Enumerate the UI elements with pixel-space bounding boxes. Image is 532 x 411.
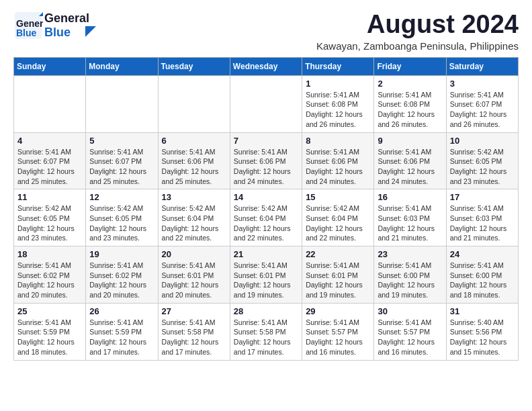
calendar-cell: 13Sunrise: 5:42 AMSunset: 6:04 PMDayligh…	[158, 189, 230, 246]
day-number: 2	[378, 79, 442, 89]
day-number: 23	[378, 249, 442, 259]
logo-general-text: General	[44, 11, 89, 26]
calendar-week-2: 4Sunrise: 5:41 AMSunset: 6:07 PMDaylight…	[14, 132, 519, 189]
calendar-cell: 30Sunrise: 5:41 AMSunset: 5:57 PMDayligh…	[374, 303, 446, 360]
svg-marker-4	[85, 26, 96, 37]
calendar-cell: 7Sunrise: 5:41 AMSunset: 6:06 PMDaylight…	[230, 132, 302, 189]
calendar-week-3: 11Sunrise: 5:42 AMSunset: 6:05 PMDayligh…	[14, 189, 519, 246]
calendar-cell: 31Sunrise: 5:40 AMSunset: 5:56 PMDayligh…	[446, 303, 518, 360]
day-number: 6	[162, 136, 226, 146]
calendar-cell: 2Sunrise: 5:41 AMSunset: 6:08 PMDaylight…	[374, 75, 446, 132]
day-number: 3	[450, 79, 515, 89]
day-number: 29	[306, 306, 370, 316]
calendar-cell: 24Sunrise: 5:41 AMSunset: 6:00 PMDayligh…	[446, 246, 518, 304]
day-info: Sunrise: 5:41 AMSunset: 6:00 PMDaylight:…	[450, 261, 515, 300]
calendar-cell: 8Sunrise: 5:41 AMSunset: 6:06 PMDaylight…	[302, 132, 374, 189]
calendar-cell: 3Sunrise: 5:41 AMSunset: 6:07 PMDaylight…	[446, 75, 518, 132]
day-number: 21	[234, 249, 298, 259]
day-header-sunday: Sunday	[14, 57, 86, 75]
day-number: 28	[234, 306, 298, 316]
calendar-cell	[14, 75, 86, 132]
day-info: Sunrise: 5:40 AMSunset: 5:56 PMDaylight:…	[450, 318, 515, 357]
calendar-week-5: 25Sunrise: 5:41 AMSunset: 5:59 PMDayligh…	[14, 303, 519, 360]
day-number: 22	[306, 249, 370, 259]
calendar-header-row: SundayMondayTuesdayWednesdayThursdayFrid…	[14, 57, 519, 75]
calendar-cell: 29Sunrise: 5:41 AMSunset: 5:57 PMDayligh…	[302, 303, 374, 360]
title-block: August 2024 Kawayan, Zamboanga Peninsula…	[316, 11, 519, 52]
month-title: August 2024	[316, 11, 519, 39]
svg-text:Blue: Blue	[16, 28, 37, 38]
day-info: Sunrise: 5:41 AMSunset: 6:01 PMDaylight:…	[162, 261, 226, 300]
day-number: 25	[17, 306, 82, 316]
day-header-tuesday: Tuesday	[158, 57, 230, 75]
page-header: General Blue General Blue August 2024 Ka…	[13, 11, 519, 52]
day-number: 24	[450, 249, 515, 259]
day-number: 16	[378, 192, 442, 202]
logo: General Blue General Blue	[13, 11, 96, 40]
calendar-cell	[230, 75, 302, 132]
day-info: Sunrise: 5:42 AMSunset: 6:04 PMDaylight:…	[306, 203, 370, 243]
calendar-cell: 22Sunrise: 5:41 AMSunset: 6:01 PMDayligh…	[302, 246, 374, 304]
calendar-cell: 28Sunrise: 5:41 AMSunset: 5:58 PMDayligh…	[230, 303, 302, 360]
day-number: 9	[378, 136, 442, 146]
day-number: 15	[306, 192, 370, 202]
day-number: 17	[450, 192, 515, 202]
calendar-cell: 21Sunrise: 5:41 AMSunset: 6:01 PMDayligh…	[230, 246, 302, 304]
logo-arrow-icon	[85, 26, 96, 37]
day-number: 30	[378, 306, 442, 316]
day-info: Sunrise: 5:41 AMSunset: 6:08 PMDaylight:…	[306, 90, 370, 130]
calendar-cell: 18Sunrise: 5:41 AMSunset: 6:02 PMDayligh…	[14, 246, 86, 304]
calendar-table: SundayMondayTuesdayWednesdayThursdayFrid…	[13, 57, 519, 361]
day-header-thursday: Thursday	[302, 57, 374, 75]
calendar-cell: 5Sunrise: 5:41 AMSunset: 6:07 PMDaylight…	[86, 132, 158, 189]
day-number: 7	[234, 136, 298, 146]
day-info: Sunrise: 5:41 AMSunset: 6:00 PMDaylight:…	[378, 261, 442, 300]
day-info: Sunrise: 5:42 AMSunset: 6:04 PMDaylight:…	[162, 203, 226, 243]
day-number: 11	[17, 192, 82, 202]
day-number: 31	[450, 306, 515, 316]
day-info: Sunrise: 5:41 AMSunset: 6:06 PMDaylight:…	[306, 147, 370, 187]
day-header-saturday: Saturday	[446, 57, 518, 75]
calendar-cell	[86, 75, 158, 132]
day-number: 18	[17, 249, 82, 259]
day-info: Sunrise: 5:41 AMSunset: 6:02 PMDaylight:…	[89, 261, 154, 300]
calendar-cell: 20Sunrise: 5:41 AMSunset: 6:01 PMDayligh…	[158, 246, 230, 304]
logo-icon: General Blue	[13, 11, 43, 40]
calendar-cell: 16Sunrise: 5:41 AMSunset: 6:03 PMDayligh…	[374, 189, 446, 246]
day-info: Sunrise: 5:41 AMSunset: 5:58 PMDaylight:…	[234, 318, 298, 357]
day-number: 10	[450, 136, 515, 146]
day-number: 5	[89, 136, 154, 146]
day-info: Sunrise: 5:41 AMSunset: 5:59 PMDaylight:…	[89, 318, 154, 357]
day-number: 19	[89, 249, 154, 259]
calendar-week-4: 18Sunrise: 5:41 AMSunset: 6:02 PMDayligh…	[14, 246, 519, 304]
calendar-cell: 4Sunrise: 5:41 AMSunset: 6:07 PMDaylight…	[14, 132, 86, 189]
day-info: Sunrise: 5:41 AMSunset: 6:07 PMDaylight:…	[17, 147, 82, 187]
logo-blue-text: Blue	[44, 26, 89, 40]
day-info: Sunrise: 5:42 AMSunset: 6:04 PMDaylight:…	[234, 203, 298, 243]
day-info: Sunrise: 5:41 AMSunset: 6:01 PMDaylight:…	[306, 261, 370, 300]
day-info: Sunrise: 5:41 AMSunset: 6:03 PMDaylight:…	[450, 203, 515, 243]
calendar-cell: 19Sunrise: 5:41 AMSunset: 6:02 PMDayligh…	[86, 246, 158, 304]
calendar-cell: 14Sunrise: 5:42 AMSunset: 6:04 PMDayligh…	[230, 189, 302, 246]
location-text: Kawayan, Zamboanga Peninsula, Philippine…	[316, 40, 519, 52]
calendar-cell: 12Sunrise: 5:42 AMSunset: 6:05 PMDayligh…	[86, 189, 158, 246]
day-number: 26	[89, 306, 154, 316]
calendar-cell: 15Sunrise: 5:42 AMSunset: 6:04 PMDayligh…	[302, 189, 374, 246]
day-number: 14	[234, 192, 298, 202]
calendar-week-1: 1Sunrise: 5:41 AMSunset: 6:08 PMDaylight…	[14, 75, 519, 132]
day-number: 12	[89, 192, 154, 202]
day-header-friday: Friday	[374, 57, 446, 75]
day-info: Sunrise: 5:41 AMSunset: 6:08 PMDaylight:…	[378, 90, 442, 130]
calendar-cell: 10Sunrise: 5:42 AMSunset: 6:05 PMDayligh…	[446, 132, 518, 189]
day-info: Sunrise: 5:41 AMSunset: 6:07 PMDaylight:…	[89, 147, 154, 187]
calendar-cell: 17Sunrise: 5:41 AMSunset: 6:03 PMDayligh…	[446, 189, 518, 246]
calendar-cell: 1Sunrise: 5:41 AMSunset: 6:08 PMDaylight…	[302, 75, 374, 132]
day-number: 27	[162, 306, 226, 316]
calendar-cell: 27Sunrise: 5:41 AMSunset: 5:58 PMDayligh…	[158, 303, 230, 360]
day-info: Sunrise: 5:41 AMSunset: 5:57 PMDaylight:…	[378, 318, 442, 357]
day-header-wednesday: Wednesday	[230, 57, 302, 75]
calendar-cell: 9Sunrise: 5:41 AMSunset: 6:06 PMDaylight…	[374, 132, 446, 189]
calendar-cell: 25Sunrise: 5:41 AMSunset: 5:59 PMDayligh…	[14, 303, 86, 360]
day-info: Sunrise: 5:41 AMSunset: 6:06 PMDaylight:…	[162, 147, 226, 187]
day-info: Sunrise: 5:41 AMSunset: 6:06 PMDaylight:…	[378, 147, 442, 187]
